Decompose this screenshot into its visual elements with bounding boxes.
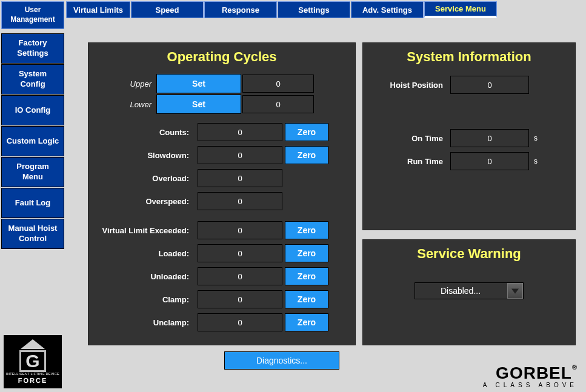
lower-label: Lower: [88, 100, 156, 109]
vlimit-value: 0: [198, 221, 282, 239]
unloaded-value: 0: [198, 267, 282, 285]
lower-value: 0: [242, 95, 314, 113]
svg-marker-0: [511, 288, 519, 293]
zero-unloaded-button[interactable]: Zero: [285, 267, 328, 285]
zero-vlimit-button[interactable]: Zero: [285, 221, 328, 239]
top-tab-bar: Virtual Limits Speed Response Settings A…: [66, 1, 497, 18]
zero-loaded-button[interactable]: Zero: [285, 244, 328, 262]
unclamp-value: 0: [198, 313, 282, 331]
counts-value: 0: [198, 123, 282, 141]
sidebar-program-menu[interactable]: Program Menu: [1, 157, 64, 187]
zero-unclamp-button[interactable]: Zero: [285, 313, 328, 331]
sidebar-custom-logic[interactable]: Custom Logic: [1, 126, 64, 156]
tab-speed[interactable]: Speed: [131, 1, 204, 18]
tab-virtual-limits[interactable]: Virtual Limits: [66, 1, 130, 18]
sidebar-system-config[interactable]: System Config: [1, 64, 64, 95]
unclamp-label: Unclamp:: [88, 318, 194, 327]
zero-slowdown-button[interactable]: Zero: [285, 146, 328, 164]
panel-title-system-info: System Information: [363, 43, 575, 73]
tab-settings[interactable]: Settings: [278, 1, 350, 18]
overload-value: 0: [198, 169, 282, 187]
gorbel-tagline: A CLASS ABOVE: [483, 382, 578, 388]
tab-adv-settings[interactable]: Adv. Settings: [351, 1, 424, 18]
chevron-down-icon: [507, 283, 523, 299]
service-warning-dropdown[interactable]: Disabled...: [415, 282, 524, 299]
dropdown-selected-text: Disabled...: [415, 286, 506, 296]
sidebar: Factory Settings System Config IO Config…: [1, 33, 64, 249]
diagnostics-button[interactable]: Diagnostics...: [224, 351, 339, 370]
gforce-force: FORCE: [18, 377, 48, 384]
clamp-label: Clamp:: [88, 295, 194, 304]
zero-counts-button[interactable]: Zero: [285, 123, 328, 141]
gforce-g: G: [19, 350, 46, 372]
tab-label: User Management: [10, 5, 55, 24]
set-lower-button[interactable]: Set: [156, 95, 241, 114]
overspeed-value: 0: [198, 192, 282, 210]
gforce-logo: G INTELLIGENT LIFTING DEVICE FORCE: [4, 335, 62, 388]
run-time-unit: s: [529, 157, 547, 165]
system-information-panel: System Information Hoist Position 0 On T…: [362, 42, 576, 230]
hoist-position-value: 0: [450, 76, 529, 94]
service-warning-panel: Service Warning Disabled...: [362, 239, 576, 345]
operating-cycles-panel: Operating Cycles Upper Set 0 Lower Set 0…: [88, 42, 356, 345]
slowdown-label: Slowdown:: [88, 151, 194, 160]
on-time-label: On Time: [363, 134, 448, 143]
vlimit-label: Virtual Limit Exceeded:: [88, 226, 194, 235]
sidebar-manual-hoist[interactable]: Manual Hoist Control: [1, 219, 64, 249]
tab-service-menu[interactable]: Service Menu: [424, 1, 497, 18]
on-time-unit: s: [529, 134, 547, 142]
loaded-label: Loaded:: [88, 249, 194, 258]
sidebar-factory-settings[interactable]: Factory Settings: [1, 33, 64, 64]
tab-user-management[interactable]: User Management: [1, 1, 64, 29]
set-upper-button[interactable]: Set: [156, 74, 241, 93]
registered-icon: ®: [572, 364, 578, 371]
run-time-value: 0: [450, 152, 529, 170]
overload-label: Overload:: [88, 174, 194, 183]
counts-label: Counts:: [88, 128, 194, 137]
panel-title-service-warning: Service Warning: [363, 240, 575, 270]
run-time-label: Run Time: [363, 157, 448, 166]
triangle-icon: [21, 339, 45, 349]
slowdown-value: 0: [198, 146, 282, 164]
tab-response[interactable]: Response: [204, 1, 277, 18]
gforce-sub: INTELLIGENT LIFTING DEVICE: [6, 372, 59, 376]
zero-clamp-button[interactable]: Zero: [285, 290, 328, 308]
sidebar-fault-log[interactable]: Fault Log: [1, 188, 64, 218]
overspeed-label: Overspeed:: [88, 197, 194, 206]
gorbel-logo: GORBEL® A CLASS ABOVE: [483, 364, 578, 388]
hoist-position-label: Hoist Position: [363, 81, 448, 90]
loaded-value: 0: [198, 244, 282, 262]
panel-title-operating-cycles: Operating Cycles: [88, 43, 355, 73]
gorbel-name-text: GORBEL: [496, 364, 572, 382]
clamp-value: 0: [198, 290, 282, 308]
unloaded-label: Unloaded:: [88, 272, 194, 281]
upper-label: Upper: [88, 79, 156, 88]
sidebar-io-config[interactable]: IO Config: [1, 95, 64, 125]
upper-value: 0: [242, 75, 314, 93]
on-time-value: 0: [450, 129, 529, 147]
gorbel-name: GORBEL®: [483, 364, 578, 383]
